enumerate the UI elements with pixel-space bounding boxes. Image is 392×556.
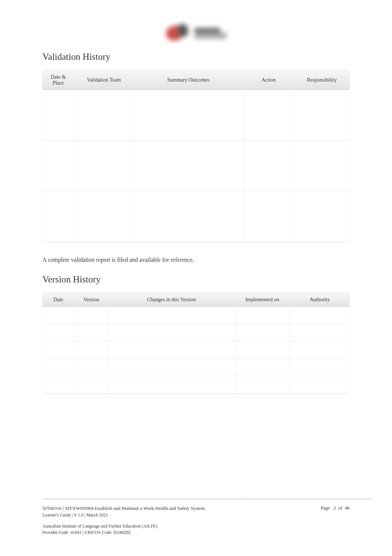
footer-left-block: SIT60316 | SITXWHS004 Establish and Main… (42, 505, 205, 536)
validation-note: A complete validation report is filed an… (42, 257, 350, 263)
table-cell (235, 376, 290, 394)
table-cell (108, 342, 234, 359)
table-cell (42, 324, 74, 342)
logo-mark-icon (164, 22, 190, 44)
version-col-header: Implemented on (235, 293, 290, 307)
validation-col-header: Responsibility (294, 70, 350, 90)
validation-history-heading: Validation History (42, 52, 350, 62)
table-cell (42, 90, 74, 141)
table-cell (235, 307, 290, 324)
table-row (42, 307, 350, 324)
table-cell (42, 191, 74, 242)
table-cell (108, 307, 234, 324)
table-cell (243, 90, 294, 141)
validation-table-container: Date & PlaceValidation TeamSummary Outco… (42, 70, 350, 242)
table-row (42, 141, 350, 191)
table-cell (235, 324, 290, 342)
version-col-header: Date (42, 293, 74, 307)
table-row (42, 191, 350, 242)
table-cell (74, 359, 108, 376)
table-cell (133, 141, 243, 191)
footer-page-number: Page 2 of 46 (321, 505, 372, 511)
logo-area (42, 18, 350, 48)
table-cell (74, 376, 108, 394)
footer-institute-line: Australian Institute of Language and Fur… (42, 523, 205, 529)
validation-table: Date & PlaceValidation TeamSummary Outco… (42, 70, 350, 242)
footer-divider (42, 498, 372, 500)
footer-course-line: SIT60316 | SITXWHS004 Establish and Main… (42, 505, 205, 512)
table-cell (294, 191, 350, 242)
table-row (42, 324, 350, 342)
table-cell (108, 359, 234, 376)
validation-col-header: Validation Team (74, 70, 133, 90)
version-table-container: DateVersionChanges in this VersionImplem… (42, 293, 350, 394)
table-row (42, 359, 350, 376)
validation-col-header: Action (243, 70, 294, 90)
logo-image (159, 18, 233, 48)
validation-table-header-row: Date & PlaceValidation TeamSummary Outco… (42, 70, 350, 90)
table-cell (74, 90, 133, 141)
table-cell (42, 376, 74, 394)
version-table: DateVersionChanges in this VersionImplem… (42, 293, 350, 394)
table-cell (294, 141, 350, 191)
table-cell (74, 324, 108, 342)
table-cell (289, 324, 350, 342)
table-cell (289, 342, 350, 359)
version-history-heading: Version History (42, 274, 350, 285)
table-cell (108, 376, 234, 394)
table-cell (235, 359, 290, 376)
table-row (42, 376, 350, 394)
footer-guide-line: Learner's Guide | V 1.0 | March 2021 (42, 512, 205, 518)
table-cell (42, 141, 74, 191)
table-cell (74, 141, 133, 191)
version-col-header: Changes in this Version (108, 293, 234, 307)
page-total: 46 (345, 505, 350, 511)
version-col-header: Version (74, 293, 108, 307)
table-cell (133, 90, 243, 141)
table-cell (294, 90, 350, 141)
logo-text (195, 28, 228, 38)
validation-col-header: Date & Place (42, 70, 74, 90)
version-col-header: Authority (289, 293, 350, 307)
table-cell (42, 359, 74, 376)
document-page: Validation History Date & PlaceValidatio… (0, 0, 392, 394)
table-cell (289, 307, 350, 324)
table-cell (289, 359, 350, 376)
footer-codes-line: Provider Code: 41041 | CRICOS Code: [034… (42, 529, 205, 536)
table-cell (108, 324, 234, 342)
table-cell (74, 307, 108, 324)
table-cell (42, 307, 74, 324)
table-cell (133, 191, 243, 242)
table-cell (235, 342, 290, 359)
table-row (42, 90, 350, 141)
table-cell (243, 141, 294, 191)
page-footer: SIT60316 | SITXWHS004 Establish and Main… (42, 498, 372, 536)
page-label: Page (321, 505, 330, 511)
validation-col-header: Summary Outcomes (133, 70, 243, 90)
version-table-header-row: DateVersionChanges in this VersionImplem… (42, 293, 350, 307)
table-row (42, 342, 350, 359)
page-current: 2 (334, 505, 336, 511)
table-cell (74, 342, 108, 359)
table-cell (289, 376, 350, 394)
table-cell (42, 342, 74, 359)
table-cell (243, 191, 294, 242)
page-of: of (338, 505, 343, 511)
table-cell (74, 191, 133, 242)
